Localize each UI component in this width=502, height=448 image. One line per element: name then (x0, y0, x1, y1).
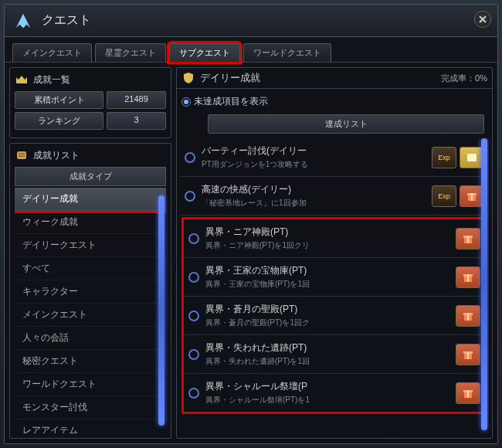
quest-icon (12, 10, 34, 32)
highlighted-group: 異界・ニア神殿(PT) 異界・ニア神殿(PT)を1回クリ 異界・王家の宝物庫(P… (181, 217, 487, 414)
close-button[interactable] (474, 11, 491, 28)
tab-world-quest[interactable]: ワールドクエスト (243, 43, 331, 62)
tab-sub-quest[interactable]: サブクエスト (169, 43, 240, 62)
svg-rect-15 (467, 313, 469, 321)
quest-title: 異界・失われた遺跡(PT) (205, 341, 449, 355)
right-title: デイリー成就 (200, 71, 260, 85)
quest-title: 異界・シャルール祭壇(P (205, 380, 449, 393)
type-item-all[interactable]: すべて (15, 257, 166, 280)
right-panel: デイリー成就 完成率：0% 未達成項目を表示 達成リスト パーティー討伐(デイリ… (176, 67, 493, 439)
quest-item[interactable]: 高速の快感(デイリー) 「秘密基地レース」に1回参加 Exp (180, 177, 489, 216)
quest-desc: 「秘密基地レース」に1回参加 (202, 198, 426, 209)
gift-icon[interactable] (456, 382, 480, 404)
gift-icon[interactable] (456, 228, 480, 249)
quest-radio[interactable] (185, 191, 195, 202)
gift-icon[interactable] (456, 266, 480, 288)
filter-radio[interactable] (181, 97, 191, 107)
quest-desc: 異界・ニア神殿(PT)を1回クリ (205, 240, 449, 251)
svg-rect-12 (467, 274, 469, 282)
window-title: クエスト (42, 12, 91, 29)
completion-rate: 完成率：0% (441, 73, 487, 84)
svg-rect-0 (17, 151, 26, 159)
points-button[interactable]: 累積ポイント (15, 91, 103, 109)
achievement-type-header: 成就タイプ (15, 167, 166, 186)
achievement-list-title: 成就リスト (33, 149, 80, 162)
scroll-icon (15, 148, 29, 162)
quest-title: パーティー討伐(デイリー (202, 144, 426, 158)
quest-item[interactable]: 異界・王家の宝物庫(PT) 異界・王家の宝物庫(PT)を1回 (184, 258, 485, 297)
quest-radio[interactable] (188, 349, 199, 360)
quest-radio[interactable] (185, 152, 195, 163)
type-item-character[interactable]: キャラクター (15, 280, 166, 304)
svg-rect-3 (467, 154, 477, 161)
quest-item[interactable]: 異界・蒼月の聖殿(PT) 異界・蒼月の聖殿(PT)を1回ク (184, 297, 485, 335)
gift-icon[interactable] (456, 344, 480, 365)
quest-item[interactable]: 異界・シャルール祭壇(P 異界・シャルール祭壇(PT)を1 (184, 374, 485, 412)
type-item-main-quest[interactable]: メインクエスト (15, 304, 166, 327)
quest-title: 高速の快感(デイリー) (202, 183, 426, 196)
type-item-people[interactable]: 人々の会話 (15, 327, 166, 350)
achievement-list-header: 成就リスト (15, 148, 166, 162)
tab-main-quest[interactable]: メインクエスト (12, 43, 92, 62)
summary-title: 成就一覧 (33, 73, 70, 87)
left-scrollbar[interactable] (158, 195, 165, 426)
left-column: 成就一覧 累積ポイント 21489 ランキング 3 成就リスト (9, 67, 171, 439)
svg-rect-21 (467, 390, 469, 398)
ranking-value: 3 (107, 112, 166, 130)
quest-radio[interactable] (188, 311, 199, 321)
achievement-type-list: デイリー成就 ウィーク成就 デイリークエスト すべて キャラクター メインクエス… (15, 188, 166, 433)
quest-desc: 異界・失われた遺跡(PT)を1回 (205, 356, 449, 367)
quest-desc: PT用ダンジョンを1つ攻略する (202, 159, 426, 170)
exp-icon[interactable]: Exp (432, 185, 456, 207)
filter-row: 未達成項目を表示 (177, 89, 492, 114)
type-item-daily-quest[interactable]: デイリークエスト (15, 234, 166, 257)
svg-rect-18 (467, 351, 469, 359)
right-header: デイリー成就 完成率：0% (177, 68, 492, 89)
quest-title: 異界・王家の宝物庫(PT) (205, 264, 449, 277)
type-item-monster[interactable]: モンスター討伐 (15, 396, 166, 419)
quest-radio[interactable] (188, 233, 199, 244)
type-item-week[interactable]: ウィーク成就 (15, 211, 166, 234)
exp-icon[interactable]: Exp (432, 147, 456, 168)
tab-bar: メインクエスト 星霊クエスト サブクエスト ワールドクエスト (5, 37, 497, 63)
tab-spirit-quest[interactable]: 星霊クエスト (95, 43, 166, 62)
svg-rect-9 (467, 236, 469, 243)
type-item-rare[interactable]: レアアイテム (15, 419, 166, 433)
quest-radio[interactable] (188, 388, 199, 399)
achievement-list-panel: 成就リスト 成就タイプ デイリー成就 ウィーク成就 デイリークエスト すべて キ… (9, 143, 171, 439)
quest-item[interactable]: 異界・ニア神殿(PT) 異界・ニア神殿(PT)を1回クリ (184, 219, 485, 258)
type-item-daily[interactable]: デイリー成就 (15, 188, 166, 211)
type-item-secret[interactable]: 秘密クエスト (15, 350, 166, 373)
achieve-list-button[interactable]: 達成リスト (208, 114, 484, 134)
quest-item[interactable]: 異界・失われた遺跡(PT) 異界・失われた遺跡(PT)を1回 (184, 335, 485, 374)
quest-window: クエスト メインクエスト 星霊クエスト サブクエスト ワールドクエスト 成就一覧… (4, 4, 498, 444)
gift-icon[interactable] (456, 305, 480, 327)
quest-rewards: Exp (432, 147, 484, 168)
quest-desc: 異界・シャルール祭壇(PT)を1 (205, 395, 449, 406)
quest-radio[interactable] (188, 272, 199, 283)
quest-list: パーティー討伐(デイリー PT用ダンジョンを1つ攻略する Exp 高速の快感(デ… (180, 138, 489, 438)
quest-item[interactable]: パーティー討伐(デイリー PT用ダンジョンを1つ攻略する Exp (180, 138, 489, 177)
quest-desc: 異界・蒼月の聖殿(PT)を1回ク (205, 317, 449, 328)
quest-rewards: Exp (432, 185, 484, 207)
points-value: 21489 (107, 91, 166, 109)
body: 成就一覧 累積ポイント 21489 ランキング 3 成就リスト (5, 63, 497, 443)
titlebar: クエスト (5, 5, 497, 37)
right-scrollbar[interactable] (481, 138, 487, 430)
summary-panel: 成就一覧 累積ポイント 21489 ランキング 3 (9, 67, 171, 138)
shield-icon (181, 71, 195, 85)
type-item-world[interactable]: ワールドクエスト (15, 373, 166, 396)
ranking-button[interactable]: ランキング (15, 112, 103, 130)
crown-icon (15, 73, 29, 87)
quest-title: 異界・蒼月の聖殿(PT) (205, 303, 449, 316)
filter-label: 未達成項目を表示 (194, 95, 268, 108)
quest-title: 異界・ニア神殿(PT) (205, 226, 449, 239)
quest-desc: 異界・王家の宝物庫(PT)を1回 (205, 279, 449, 290)
summary-header: 成就一覧 (15, 73, 166, 87)
svg-rect-6 (471, 193, 473, 201)
